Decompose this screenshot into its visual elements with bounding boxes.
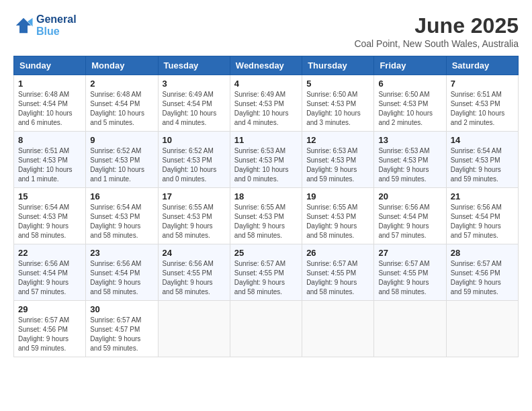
calendar-week-3: 15 Sunrise: 6:54 AMSunset: 4:53 PMDaylig…	[14, 188, 519, 244]
day-22: 22 Sunrise: 6:56 AMSunset: 4:54 PMDaylig…	[14, 244, 86, 301]
svg-marker-0	[16, 17, 32, 33]
header-tuesday: Tuesday	[158, 56, 230, 75]
month-title: June 2025	[354, 13, 519, 38]
day-20: 20 Sunrise: 6:56 AMSunset: 4:54 PMDaylig…	[374, 188, 446, 244]
calendar-week-5: 29 Sunrise: 6:57 AMSunset: 4:56 PMDaylig…	[14, 301, 519, 357]
day-25: 25 Sunrise: 6:57 AMSunset: 4:55 PMDaylig…	[230, 244, 302, 301]
logo-text-line1: General	[36, 13, 77, 26]
day-26: 26 Sunrise: 6:57 AMSunset: 4:55 PMDaylig…	[302, 244, 374, 301]
day-2: 2 Sunrise: 6:48 AMSunset: 4:54 PMDayligh…	[86, 75, 158, 132]
day-8: 8 Sunrise: 6:51 AMSunset: 4:53 PMDayligh…	[14, 132, 86, 188]
header-wednesday: Wednesday	[230, 56, 302, 75]
day-24: 24 Sunrise: 6:56 AMSunset: 4:55 PMDaylig…	[158, 244, 230, 301]
day-11: 11 Sunrise: 6:53 AMSunset: 4:53 PMDaylig…	[230, 132, 302, 188]
day-29: 29 Sunrise: 6:57 AMSunset: 4:56 PMDaylig…	[14, 301, 86, 357]
day-30: 30 Sunrise: 6:57 AMSunset: 4:57 PMDaylig…	[86, 301, 158, 357]
calendar-week-2: 8 Sunrise: 6:51 AMSunset: 4:53 PMDayligh…	[14, 132, 519, 188]
calendar-week-4: 22 Sunrise: 6:56 AMSunset: 4:54 PMDaylig…	[14, 244, 519, 301]
day-13: 13 Sunrise: 6:53 AMSunset: 4:53 PMDaylig…	[374, 132, 446, 188]
day-18: 18 Sunrise: 6:55 AMSunset: 4:53 PMDaylig…	[230, 188, 302, 244]
empty-cell-4	[374, 301, 446, 357]
day-4: 4 Sunrise: 6:49 AMSunset: 4:53 PMDayligh…	[230, 75, 302, 132]
day-23: 23 Sunrise: 6:56 AMSunset: 4:54 PMDaylig…	[86, 244, 158, 301]
day-10: 10 Sunrise: 6:52 AMSunset: 4:53 PMDaylig…	[158, 132, 230, 188]
logo-icon	[13, 15, 34, 36]
day-21: 21 Sunrise: 6:56 AMSunset: 4:54 PMDaylig…	[446, 188, 518, 244]
day-27: 27 Sunrise: 6:57 AMSunset: 4:55 PMDaylig…	[374, 244, 446, 301]
empty-cell-1	[158, 301, 230, 357]
day-16: 16 Sunrise: 6:54 AMSunset: 4:53 PMDaylig…	[86, 188, 158, 244]
empty-cell-3	[302, 301, 374, 357]
empty-cell-5	[446, 301, 518, 357]
day-7: 7 Sunrise: 6:51 AMSunset: 4:53 PMDayligh…	[446, 75, 518, 132]
day-9: 9 Sunrise: 6:52 AMSunset: 4:53 PMDayligh…	[86, 132, 158, 188]
day-28: 28 Sunrise: 6:57 AMSunset: 4:56 PMDaylig…	[446, 244, 518, 301]
day-3: 3 Sunrise: 6:49 AMSunset: 4:54 PMDayligh…	[158, 75, 230, 132]
page-header: General Blue June 2025 Coal Point, New S…	[13, 13, 519, 49]
calendar-week-1: 1 Sunrise: 6:48 AMSunset: 4:54 PMDayligh…	[14, 75, 519, 132]
title-area: June 2025 Coal Point, New South Wales, A…	[354, 13, 519, 49]
day-15: 15 Sunrise: 6:54 AMSunset: 4:53 PMDaylig…	[14, 188, 86, 244]
day-19: 19 Sunrise: 6:55 AMSunset: 4:53 PMDaylig…	[302, 188, 374, 244]
day-12: 12 Sunrise: 6:53 AMSunset: 4:53 PMDaylig…	[302, 132, 374, 188]
day-14: 14 Sunrise: 6:54 AMSunset: 4:53 PMDaylig…	[446, 132, 518, 188]
header-friday: Friday	[374, 56, 446, 75]
logo-text-line2: Blue	[36, 26, 77, 38]
day-6: 6 Sunrise: 6:50 AMSunset: 4:53 PMDayligh…	[374, 75, 446, 132]
day-5: 5 Sunrise: 6:50 AMSunset: 4:53 PMDayligh…	[302, 75, 374, 132]
calendar-table: Sunday Monday Tuesday Wednesday Thursday…	[13, 56, 519, 357]
header-saturday: Saturday	[446, 56, 518, 75]
header-thursday: Thursday	[302, 56, 374, 75]
header-monday: Monday	[86, 56, 158, 75]
day-1: 1 Sunrise: 6:48 AMSunset: 4:54 PMDayligh…	[14, 75, 86, 132]
empty-cell-2	[230, 301, 302, 357]
calendar-header-row: Sunday Monday Tuesday Wednesday Thursday…	[14, 56, 519, 75]
location-title: Coal Point, New South Wales, Australia	[354, 38, 519, 49]
header-sunday: Sunday	[14, 56, 86, 75]
logo: General Blue	[13, 13, 77, 37]
day-17: 17 Sunrise: 6:55 AMSunset: 4:53 PMDaylig…	[158, 188, 230, 244]
